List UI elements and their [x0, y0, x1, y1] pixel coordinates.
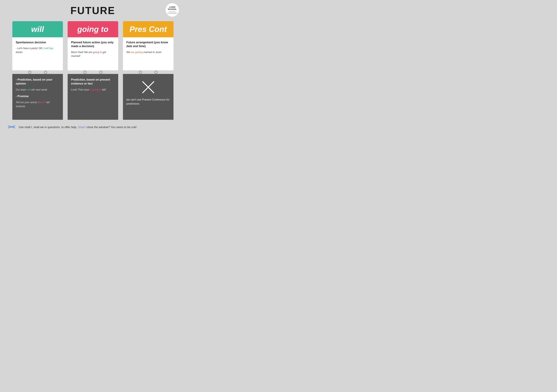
will-promise-example: Tell me your secret. I won't tell anybod…	[16, 100, 59, 108]
ring-left	[28, 71, 31, 74]
going-to-dark-card: Prediction, based on present evidence or…	[68, 74, 118, 120]
ring-right	[44, 71, 47, 74]
page-title: FUTURE	[6, 5, 179, 16]
ring-left-2	[83, 71, 87, 74]
will-white-card: Spontaneous decision - Let's have a part…	[12, 37, 63, 71]
will-title: Spontaneous decision	[16, 41, 59, 44]
will-prediction-example: Our team will win next week.	[16, 88, 59, 92]
going-to-prediction-example: Look! That vase is going to fall!	[71, 88, 115, 92]
pres-cont-title: Future arrangement (you know date and ti…	[126, 41, 170, 48]
will-example: - Let's have a party! OK, I will buy dri…	[16, 46, 59, 54]
pres-cont-ring-gap	[123, 71, 173, 74]
bottom-note-text: Use shall I, shall we in questions to of…	[19, 125, 136, 129]
going-to-label: going to	[77, 25, 108, 34]
going-to-example: Mom! Dad! We are going to get married!	[71, 50, 115, 58]
going-to-header: going to	[68, 21, 118, 37]
pres-cont-note: we can't use Present Continuous for pred…	[126, 98, 170, 106]
logo-name: LANDISCHOOL	[168, 6, 177, 11]
bottom-note: Use shall I, shall we in questions to of…	[6, 124, 179, 130]
columns-container: will Spontaneous decision - Let's have a…	[6, 21, 179, 120]
going-to-white-card: Planned future action (you only made a d…	[68, 37, 118, 71]
pres-cont-white-card: Future arrangement (you know date and ti…	[123, 37, 173, 71]
going-to-ring-gap	[68, 71, 118, 74]
pres-cont-header: Pres Cont	[123, 21, 173, 37]
will-label: will	[31, 25, 44, 34]
cross-icon	[126, 79, 170, 95]
will-column: will Spontaneous decision - Let's have a…	[12, 21, 63, 120]
will-header: will	[12, 21, 63, 37]
pres-cont-label: Pres Cont	[129, 25, 167, 34]
logo-tagline: online schoolof foreign languages	[167, 11, 177, 14]
will-prediction-title: - Prediction, based on your opinion	[16, 78, 59, 86]
will-ring-gap	[12, 71, 63, 74]
pres-cont-column: Pres Cont Future arrangement (you know d…	[123, 21, 173, 120]
ring-left-3	[139, 71, 142, 74]
will-promise-section: - Promise Tell me your secret. I won't t…	[16, 94, 59, 108]
ring-right-2	[99, 71, 102, 74]
going-to-title: Planned future action (you only made a d…	[71, 41, 115, 48]
pres-cont-dark-card: we can't use Present Continuous for pred…	[123, 74, 173, 120]
going-to-prediction-title: Prediction, based on present evidence or…	[71, 78, 115, 86]
will-promise-title: - Promise	[16, 94, 59, 98]
logo: LANDISCHOOL online schoolof foreign lang…	[165, 3, 179, 17]
ring-right-3	[155, 71, 158, 74]
pres-cont-example: We are getting married in June!	[126, 50, 170, 54]
scissors-icon	[8, 124, 16, 130]
going-to-column: going to Planned future action (you only…	[68, 21, 118, 120]
will-dark-card: - Prediction, based on your opinion Our …	[12, 74, 63, 120]
